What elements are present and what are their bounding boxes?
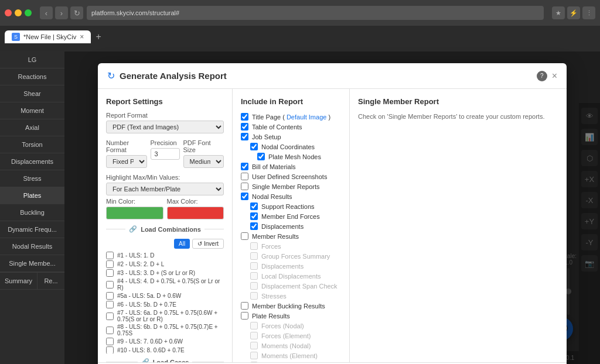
sidebar-item-dynamic[interactable]: Dynamic Frequ... [0,221,64,238]
combo-check-2[interactable] [106,260,114,268]
displacements-check[interactable] [250,222,258,230]
min-color-group: Min Color: [106,198,163,219]
combo-check-4[interactable] [106,281,114,289]
active-tab[interactable]: S *New File | SkyCiv × [5,30,91,43]
plate-mesh-check[interactable] [257,153,265,160]
sidebar-item-single-member[interactable]: Single Membe... [0,255,64,272]
modal-close-button[interactable]: × [552,71,557,81]
minimize-traffic-light[interactable] [15,9,22,16]
section-line-right [204,229,224,229]
extensions-icon[interactable]: ⚡ [567,6,580,19]
local-displacements-check[interactable] [250,272,258,280]
modal-help-button[interactable]: ? [537,71,547,81]
combo-check-3[interactable] [106,269,114,277]
browser-nav-buttons: ‹ › ↻ [40,6,83,19]
include-nodal-results: Nodal Results [241,191,341,201]
sidebar-item-nodal[interactable]: Nodal Results [0,238,64,255]
plate-results-check[interactable] [241,312,248,320]
new-tab-button[interactable]: + [92,30,105,43]
bom-check[interactable] [241,163,248,170]
menu-icon[interactable]: ⋮ [582,6,595,19]
sidebar-item-axial[interactable]: Axial [0,119,64,136]
combo-check-5[interactable] [106,292,114,300]
moments-element-check[interactable] [250,352,258,359]
group-forces-check[interactable] [250,252,258,260]
bookmark-icon[interactable]: ★ [552,6,565,19]
pdf-font-size-select[interactable]: Small Medium Large [183,155,224,168]
forces-nodal-check[interactable] [250,322,258,329]
combo-check-9[interactable] [106,338,114,345]
sidebar-item-stress[interactable]: Stress [0,170,64,187]
moments-nodal-check[interactable] [250,342,258,349]
include-nodal-coords: Nodal Coordinates [241,142,341,152]
sidebar-item-reactions[interactable]: Reactions [0,68,64,85]
sidebar-item-moment[interactable]: Moment [0,102,64,119]
close-traffic-light[interactable] [5,9,12,16]
displacement-span-check[interactable] [250,282,258,290]
sidebar-item-shear[interactable]: Shear [0,85,64,102]
job-setup-check[interactable] [241,133,248,140]
title-page-check[interactable] [241,113,248,121]
load-combinations-header[interactable]: 🔗 Load Combinations [106,225,224,233]
forward-button[interactable]: › [55,6,68,19]
max-color-swatch[interactable] [167,207,224,219]
address-text: platform.skyciv.com/structural# [91,9,179,16]
back-button[interactable]: ‹ [40,6,53,19]
sidebar-item-plates[interactable]: Plates [0,187,64,204]
tab-title: *New File | SkyCiv [23,33,76,40]
load-cases-header[interactable]: 🔗 Load Cases [106,358,224,362]
nodal-results-check[interactable] [241,193,248,200]
include-toc: Table of Contents [241,122,341,132]
tab-close-button[interactable]: × [80,33,84,41]
toc-check[interactable] [241,123,248,131]
sidebar-item-torsion[interactable]: Torsion [0,136,64,153]
sidebar-item-buckling[interactable]: Buckling [0,204,64,221]
member-buckling-check[interactable] [241,302,248,310]
sidebar-bottom-row: Summary Re... [0,272,64,290]
member-results-check[interactable] [241,232,248,240]
address-bar[interactable]: platform.skyciv.com/structural# [87,6,544,20]
combo-list: All ↺ Invert #1 - ULS: 1. D #2 - ULS: 2.… [106,236,224,353]
max-color-group: Max Color: [167,198,224,219]
include-displacements: Displacements [241,221,341,231]
stresses-check[interactable] [250,292,258,300]
combo-item-4: #4 - ULS: 4. D + 0.75L + 0.75(S or Lr or… [106,277,224,291]
min-color-label: Min Color: [106,198,163,205]
default-image-link[interactable]: Default Image [287,114,326,121]
reload-button[interactable]: ↻ [70,6,83,19]
sidebar-item-re[interactable]: Re... [38,273,64,290]
combo-check-10[interactable] [106,346,114,353]
user-screenshots-check[interactable] [241,173,248,180]
single-member-report-column: Single Member Report Check on 'Single Me… [350,89,567,362]
single-member-check[interactable] [241,183,248,190]
combo-check-8[interactable] [106,327,114,334]
modal-title: Generate Analysis Report [120,71,532,81]
include-support-reactions: Support Reactions [241,201,341,211]
support-reactions-check[interactable] [250,202,258,210]
combo-check-1[interactable] [106,252,114,259]
min-color-swatch[interactable] [106,207,163,219]
maximize-traffic-light[interactable] [25,9,32,16]
forces-check[interactable] [250,242,258,250]
generate-report-modal: ↻ Generate Analysis Report ? × Report Se… [98,63,567,364]
sidebar-item-lg[interactable]: LG [0,51,64,68]
nodal-coords-check[interactable] [250,143,258,150]
settings-heading: Report Settings [106,97,224,106]
highlight-select[interactable]: For Each Member/Plate [106,183,224,195]
report-format-group: Report Format PDF (Text and Images) PDF … [106,112,224,133]
combo-all-button[interactable]: All [174,239,190,249]
combo-check-7[interactable] [106,313,114,320]
number-format-select[interactable]: Fixed Point Scientific Auto [106,155,147,168]
combo-item-8: #8 - ULS: 6b. D + 0.75L + 0.75(0.7)E + 0… [106,323,224,337]
sidebar-item-displacements[interactable]: Displacements [0,153,64,170]
displacements2-check[interactable] [250,262,258,270]
sidebar-item-summary[interactable]: Summary [0,273,38,290]
member-end-forces-check[interactable] [250,212,258,220]
forces-element-check[interactable] [250,332,258,339]
load-cases-icon: 🔗 [141,358,149,362]
report-format-select[interactable]: PDF (Text and Images) PDF (Text Only) Wo… [106,121,224,133]
combo-check-6[interactable] [106,301,114,308]
number-format-label: Number Format [106,139,147,153]
precision-input[interactable] [151,148,180,160]
combo-invert-button[interactable]: ↺ Invert [192,239,224,249]
